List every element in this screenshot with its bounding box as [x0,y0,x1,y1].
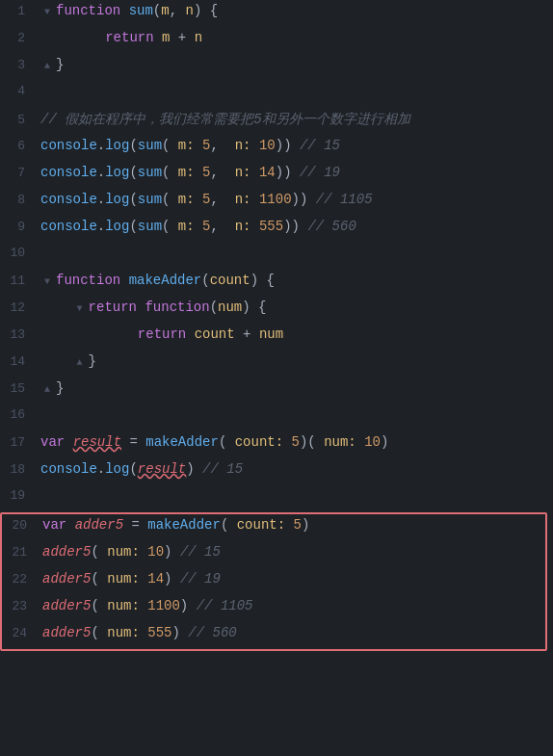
token-punc [195,165,202,180]
token-label: m: [170,192,194,207]
line-content: var adder5 = makeAdder( count: 5) [39,514,545,535]
token-label: m: [170,138,194,153]
token-kw: return [89,300,137,315]
token-kw: function [56,273,120,288]
token-method: console [40,192,97,207]
token-comment-chinese: // 假如在程序中，我们经常需要把5和另外一个数字进行相加 [40,111,410,128]
token-punc: ) { [242,300,266,315]
token-punc: )( [300,434,316,450]
token-param: n [185,3,193,18]
token-punc: , [170,3,186,18]
token-var-name: adder5 [42,571,91,587]
token-fn: log [105,192,129,207]
token-punc [251,219,259,234]
token-punc: )) [292,192,316,207]
token-param: count [195,326,235,342]
token-punc: } [89,353,96,369]
token-punc: } [56,380,64,396]
token-kw: function [56,3,120,18]
code-line: 3▲} [0,54,553,81]
token-label: n: [235,219,251,234]
token-num: 5 [202,192,210,207]
token-punc: ( [162,219,170,234]
token-label: num: [99,598,140,613]
line-content [37,89,553,94]
line-number: 1 [0,1,37,21]
token-punc: ( [162,165,170,180]
line-number: 16 [0,404,37,425]
token-method: console [40,138,97,153]
code-line: 18console.log(result) // 15 [0,458,553,485]
line-content: adder5( num: 10) // 15 [39,541,545,562]
token-punc: ) [180,598,197,613]
code-editor: 1▼function sum(m, n) {2 return m + n3▲}4… [0,0,553,651]
token-fn: sum [138,219,162,234]
token-punc: } [56,57,64,72]
line-number: 10 [0,243,37,263]
token-method: console [40,165,97,180]
line-number: 7 [0,163,37,183]
line-content [37,493,553,499]
token-punc: , [211,192,235,207]
token-punc: )) [283,219,307,234]
line-content: ▼function makeAdder(count) { [37,270,553,291]
line-number: 13 [0,325,37,345]
line-number: 11 [0,271,37,291]
token-punc: ( [210,300,218,315]
token-punc [140,571,147,587]
token-op: = [121,434,145,450]
token-fn: log [105,165,129,180]
line-number: 23 [2,596,39,616]
token-punc: ( [91,598,98,613]
code-line: 2 return m + n [0,27,553,54]
token-num: 555 [259,219,283,234]
token-label: count: [228,517,285,533]
token-comment: // 1105 [316,192,373,207]
line-number: 3 [0,55,37,75]
token-param: num [218,300,242,315]
line-content: ▲} [37,351,553,372]
token-fold: ▲ [73,357,87,368]
token-fn: sum [129,3,153,18]
token-label: num: [99,544,140,560]
line-number: 9 [0,217,37,237]
token-num: 5 [202,219,210,234]
line-content: adder5( num: 555) // 560 [39,622,545,643]
token-punc: . [97,461,105,477]
code-line: 7console.log(sum( m: 5, n: 14)) // 19 [0,162,553,189]
token-punc: ) [186,461,202,477]
token-punc: ) { [250,273,275,288]
line-number: 15 [0,378,37,399]
token-punc: ( [201,273,209,288]
token-num: 1100 [259,192,292,207]
token-fold: ▼ [73,303,87,314]
token-fn: log [105,138,129,153]
token-punc: . [97,192,105,207]
token-var-name: adder5 [42,598,91,613]
token-num: 5 [202,165,210,180]
line-number: 12 [0,298,37,318]
token-punc [356,434,364,450]
token-punc: ( [219,434,226,450]
token-kw: var [40,434,65,450]
line-content: console.log(sum( m: 5, n: 10)) // 15 [37,135,553,156]
token-punc: , [211,138,235,153]
line-number: 19 [0,485,37,506]
code-line: 11▼function makeAdder(count) { [0,270,553,297]
line-content: // 假如在程序中，我们经常需要把5和另外一个数字进行相加 [37,108,553,131]
line-number: 18 [0,459,37,480]
token-punc: ( [129,165,137,180]
code-line: 8console.log(sum( m: 5, n: 1100)) // 110… [0,189,553,216]
token-label: m: [170,165,194,180]
token-param: n [195,30,202,45]
token-punc [120,273,128,288]
token-punc: ( [153,3,161,18]
token-label: n: [235,192,251,207]
token-fold: ▲ [40,384,54,395]
code-line: 14 ▲} [0,351,553,378]
line-number: 4 [0,81,37,101]
token-punc: . [97,165,105,180]
line-content: ▼return function(num) { [37,297,553,318]
token-fold: ▲ [40,61,54,71]
token-kw: function [145,300,209,315]
